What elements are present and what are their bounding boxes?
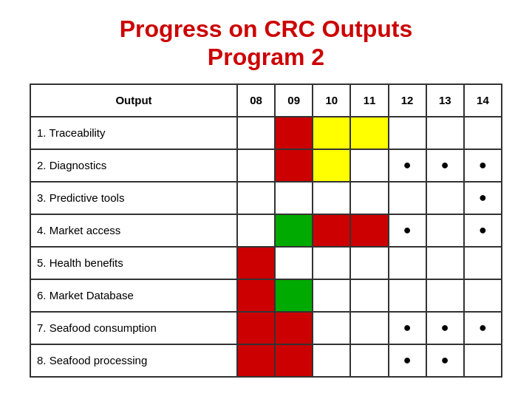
cell-r3-c4	[389, 214, 426, 247]
cell-r4-c4	[389, 247, 426, 279]
cell-r1-c6	[464, 149, 502, 182]
row-label-3: 4. Market access	[30, 214, 237, 247]
year-header-11: 11	[350, 84, 388, 117]
cell-r6-c0	[237, 312, 275, 344]
cell-r1-c3	[350, 149, 388, 182]
cell-r5-c5	[426, 279, 464, 312]
row-label-0: 1. Traceability	[30, 117, 237, 149]
cell-r0-c2	[313, 117, 350, 149]
cell-r7-c4	[389, 344, 426, 377]
cell-r2-c5	[426, 182, 464, 214]
cell-r4-c1	[275, 247, 313, 279]
page-title: Progress on CRC Outputs Program 2	[120, 15, 412, 72]
year-header-10: 10	[313, 84, 350, 117]
cell-r5-c4	[389, 279, 426, 312]
cell-r6-c6	[464, 312, 502, 344]
cell-r2-c4	[389, 182, 426, 214]
year-header-13: 13	[426, 84, 464, 117]
cell-r6-c5	[426, 312, 464, 344]
cell-r3-c5	[426, 214, 464, 247]
table-row: 2. Diagnostics	[30, 149, 502, 182]
cell-r4-c2	[313, 247, 350, 279]
cell-r0-c5	[426, 117, 464, 149]
cell-r7-c2	[313, 344, 350, 377]
cell-r1-c5	[426, 149, 464, 182]
cell-r0-c0	[237, 117, 275, 149]
cell-r0-c4	[389, 117, 426, 149]
table-row: 8. Seafood processing	[30, 344, 502, 377]
cell-r0-c1	[275, 117, 313, 149]
cell-r1-c2	[313, 149, 350, 182]
cell-r2-c0	[237, 182, 275, 214]
cell-r7-c6	[464, 344, 502, 377]
table-row: 7. Seafood consumption	[30, 312, 502, 344]
cell-r2-c1	[275, 182, 313, 214]
cell-r6-c3	[350, 312, 388, 344]
output-header: Output	[30, 84, 237, 117]
row-label-4: 5. Health benefits	[30, 247, 237, 279]
cell-r6-c1	[275, 312, 313, 344]
cell-r1-c0	[237, 149, 275, 182]
cell-r5-c0	[237, 279, 275, 312]
cell-r7-c0	[237, 344, 275, 377]
cell-r4-c0	[237, 247, 275, 279]
cell-r5-c6	[464, 279, 502, 312]
table-row: 5. Health benefits	[30, 247, 502, 279]
table-row: 1. Traceability	[30, 117, 502, 149]
cell-r3-c0	[237, 214, 275, 247]
cell-r4-c3	[350, 247, 388, 279]
progress-table: Output 08 09 10 11 12 13 14 1. Traceabil…	[30, 83, 502, 378]
cell-r7-c5	[426, 344, 464, 377]
row-label-1: 2. Diagnostics	[30, 149, 237, 182]
year-header-12: 12	[389, 84, 426, 117]
cell-r7-c3	[350, 344, 388, 377]
table-row: 6. Market Database	[30, 279, 502, 312]
row-label-2: 3. Predictive tools	[30, 182, 237, 214]
cell-r3-c3	[350, 214, 388, 247]
row-label-5: 6. Market Database	[30, 279, 237, 312]
cell-r2-c6	[464, 182, 502, 214]
cell-r7-c1	[275, 344, 313, 377]
cell-r0-c3	[350, 117, 388, 149]
cell-r0-c6	[464, 117, 502, 149]
cell-r6-c2	[313, 312, 350, 344]
cell-r2-c2	[313, 182, 350, 214]
row-label-7: 8. Seafood processing	[30, 344, 237, 377]
cell-r4-c5	[426, 247, 464, 279]
cell-r2-c3	[350, 182, 388, 214]
year-header-14: 14	[464, 84, 502, 117]
cell-r5-c3	[350, 279, 388, 312]
table-row: 4. Market access	[30, 214, 502, 247]
cell-r1-c4	[389, 149, 426, 182]
year-header-09: 09	[275, 84, 313, 117]
cell-r3-c1	[275, 214, 313, 247]
table-row: 3. Predictive tools	[30, 182, 502, 214]
cell-r4-c6	[464, 247, 502, 279]
cell-r3-c2	[313, 214, 350, 247]
cell-r3-c6	[464, 214, 502, 247]
cell-r5-c1	[275, 279, 313, 312]
cell-r6-c4	[389, 312, 426, 344]
cell-r1-c1	[275, 149, 313, 182]
year-header-08: 08	[237, 84, 275, 117]
cell-r5-c2	[313, 279, 350, 312]
row-label-6: 7. Seafood consumption	[30, 312, 237, 344]
